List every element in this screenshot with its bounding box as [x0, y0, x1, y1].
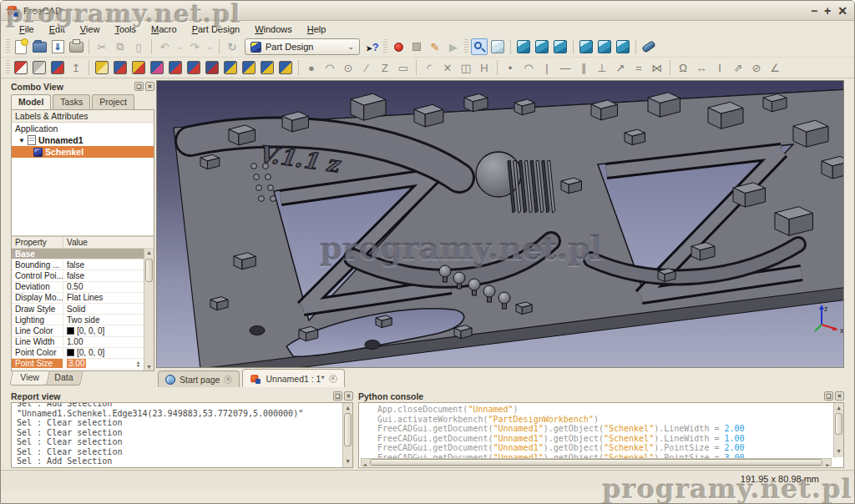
constraint-tangent-icon[interactable]: ↗ [612, 59, 629, 76]
import-icon[interactable]: ↥ [68, 59, 84, 76]
refresh-icon[interactable]: ↻ [224, 38, 240, 55]
property-row[interactable]: LightingTwo side [12, 315, 144, 325]
python-h-scrollbar[interactable]: ◀▶ [361, 458, 832, 466]
combo-view-float-button[interactable]: ❑ [134, 82, 144, 91]
report-view-log[interactable]: Sel : Add Selection"Unnamed1.Schenkel.Ed… [11, 402, 353, 468]
menu-part-design[interactable]: Part Design [185, 23, 246, 36]
document-tab-unnamed1-1-[interactable]: Unnamed1 : 1*✕ [242, 369, 344, 387]
undo-dropdown-icon[interactable]: ⌄ [175, 38, 185, 55]
python-float-button[interactable]: ❑ [824, 391, 833, 401]
property-row[interactable]: Line Color[0, 0, 0] [12, 325, 144, 336]
constraint-horizontal-distance-icon[interactable]: ↔ [693, 59, 710, 76]
tab-close-icon[interactable]: ✕ [329, 375, 337, 383]
report-close-button[interactable]: ✕ [344, 391, 353, 401]
python-console-log[interactable]: App.closeDocument("Unnamed")Gui.activate… [358, 402, 844, 468]
scrollbar-thumb[interactable] [145, 259, 153, 282]
chamfer-icon[interactable] [185, 59, 202, 76]
document-tab-start-page[interactable]: Start page✕ [158, 370, 240, 387]
titlebar[interactable]: FreeCAD − + ✕ [1, 1, 854, 21]
constraint-radius-icon[interactable]: ⊘ [748, 59, 765, 76]
pocket-icon[interactable] [149, 59, 165, 76]
property-row[interactable]: Draw StyleSolid [12, 304, 144, 315]
groove-icon[interactable] [130, 59, 147, 76]
constraint-parallel-icon[interactable]: ∥ [575, 59, 592, 76]
constraint-horizontal-icon[interactable]: — [557, 59, 574, 76]
menu-help[interactable]: Help [301, 23, 333, 36]
print-icon[interactable] [68, 38, 84, 55]
sketch-rectangle-icon[interactable]: ▭ [395, 59, 412, 76]
save-document-icon[interactable]: ⇓ [49, 38, 66, 55]
menu-edit[interactable]: Edit [43, 23, 72, 36]
fillet-icon[interactable] [167, 59, 184, 76]
report-scrollbar[interactable]: ▲▼ [342, 403, 352, 467]
tab-close-icon[interactable]: ✕ [224, 375, 232, 384]
tab-model[interactable]: Model [11, 94, 51, 109]
measure-icon[interactable] [640, 38, 657, 55]
redo-icon[interactable]: ↷ [186, 38, 203, 55]
menu-macro[interactable]: Macro [144, 23, 184, 36]
map-sketch-icon[interactable] [49, 59, 66, 76]
constraint-perpendicular-icon[interactable]: ⊥ [594, 59, 610, 76]
revolution-icon[interactable] [112, 59, 129, 76]
maximize-button[interactable]: + [824, 3, 831, 19]
sketch-trim-icon[interactable]: ✕ [439, 59, 456, 76]
mirrored-pattern-icon[interactable] [222, 59, 239, 76]
spinner-buttons[interactable]: ▲▼ [136, 360, 140, 367]
tab-project[interactable]: Project [92, 94, 134, 109]
sketch-line-icon[interactable]: ∕ [358, 59, 375, 76]
whats-this-icon[interactable]: ➤? [364, 38, 381, 55]
sketch-arc-icon[interactable]: ◠ [321, 59, 338, 76]
redo-dropdown-icon[interactable]: ⌄ [205, 38, 215, 55]
macro-record-icon[interactable] [390, 38, 407, 55]
constraint-coincident-icon[interactable]: • [502, 59, 519, 76]
copy-icon[interactable]: ⧉ [112, 38, 129, 55]
close-button[interactable]: ✕ [837, 3, 847, 19]
scroll-up-icon[interactable]: ▲ [144, 249, 154, 255]
tree-item-document[interactable]: ▼ Unnamed1 [12, 134, 154, 146]
tree-item-application[interactable]: Application [12, 123, 154, 134]
undo-icon[interactable]: ↶ [156, 38, 173, 55]
property-row[interactable]: Base [12, 249, 144, 260]
constraint-vertical-icon[interactable]: | [539, 59, 555, 76]
property-row[interactable]: Line Width1.00 [12, 337, 144, 348]
tree-item-schenkel[interactable]: Schenkel [12, 146, 154, 158]
constraint-length-icon[interactable]: ⇗ [730, 59, 746, 76]
constraint-angle-icon[interactable]: ∠ [766, 59, 783, 76]
combo-view-close-button[interactable]: ✕ [145, 82, 154, 91]
constraint-point-on-object-icon[interactable]: ◠ [520, 59, 537, 76]
python-v-scrollbar[interactable]: ▲▼ [833, 403, 843, 457]
report-float-button[interactable]: ❑ [333, 391, 342, 401]
constraint-equal-icon[interactable]: = [630, 59, 647, 76]
constraint-lock-icon[interactable]: Ω [675, 59, 691, 76]
sketch-external-icon[interactable]: ◫ [458, 59, 474, 76]
bottom-view-icon[interactable] [596, 38, 613, 55]
expander-icon[interactable]: ▼ [18, 137, 25, 144]
construction-mode-icon[interactable]: H [476, 59, 493, 76]
left-view-icon[interactable] [615, 38, 631, 55]
property-row[interactable]: Deviation0.50 [12, 282, 144, 293]
new-document-icon[interactable] [13, 38, 29, 55]
menu-view[interactable]: View [73, 23, 107, 36]
workbench-selector[interactable]: Part Design⌄ [245, 38, 360, 55]
sketch-point-icon[interactable]: ● [303, 59, 320, 76]
toolbar-drag-handle[interactable] [464, 39, 468, 54]
toolbar-drag-handle[interactable] [383, 39, 387, 54]
axonometric-view-icon[interactable] [489, 38, 506, 55]
menu-tools[interactable]: Tools [108, 23, 143, 36]
pad-icon[interactable] [94, 59, 110, 76]
draft-icon[interactable] [204, 59, 220, 76]
property-row[interactable]: Display Mo...Flat Lines [12, 293, 144, 304]
open-document-icon[interactable] [31, 38, 48, 55]
menu-windows[interactable]: Windows [248, 23, 299, 36]
macro-edit-icon[interactable]: ✎ [427, 38, 443, 55]
python-close-button[interactable]: ✕ [835, 391, 844, 401]
menu-file[interactable]: File [13, 23, 41, 36]
tab-view[interactable]: View [9, 371, 49, 386]
paste-icon[interactable]: ▯ [130, 38, 147, 55]
linear-pattern-icon[interactable] [240, 59, 257, 76]
tab-tasks[interactable]: Tasks [53, 94, 90, 109]
top-view-icon[interactable] [534, 38, 550, 55]
constraint-symmetric-icon[interactable]: ⋈ [649, 59, 665, 76]
constraint-vertical-distance-icon[interactable]: I [711, 59, 728, 76]
multi-transform-icon[interactable] [277, 59, 294, 76]
